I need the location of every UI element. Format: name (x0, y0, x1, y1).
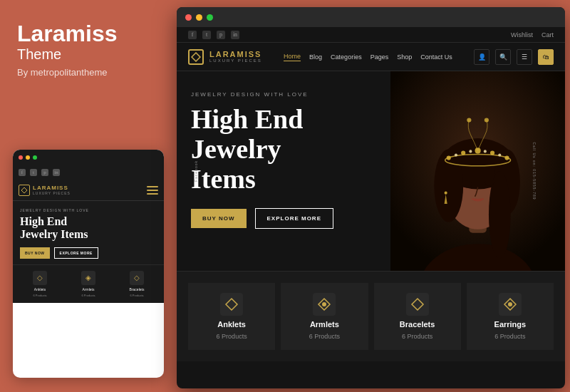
earrings-icon (499, 293, 522, 316)
nav-pages[interactable]: Pages (370, 53, 389, 61)
mobile-hamburger-icon[interactable] (147, 186, 158, 195)
svg-point-15 (461, 150, 465, 155)
left-panel: Laramiss Theme By metropolitantheme f t … (0, 0, 171, 392)
desktop-logo-name: LARAMISS (209, 51, 262, 58)
desktop-categories: Anklets 6 Products Armlets 6 Products Br… (177, 271, 565, 361)
desktop-hero-buttons: BUY NOW EXPLORE MORE (191, 208, 376, 229)
nav-blog[interactable]: Blog (309, 53, 322, 61)
mobile-category-row: ◇ Anklets 6 Products ◈ Armlets 6 Product… (13, 264, 164, 303)
svg-point-11 (485, 180, 494, 185)
mobile-anklets-icon: ◇ (33, 271, 47, 285)
armlets-count: 6 Products (309, 333, 340, 340)
desktop-hero-image-inner: Call Us on: 015-5855-789 (390, 71, 565, 271)
desktop-social-bar: f t p in Wishlist Cart (177, 27, 565, 43)
nav-contact[interactable]: Contact Us (420, 53, 452, 61)
mobile-cat-armlets[interactable]: ◈ Armlets 6 Products (66, 271, 111, 297)
mobile-preview: f t p in LARAMISS LUXURY PIECES (13, 150, 164, 378)
mobile-anklets-label: Anklets (34, 287, 46, 292)
mobile-hero-buttons: BUY NOW EXPLORE MORE (20, 247, 157, 259)
desktop-cat-bracelets[interactable]: Bracelets 6 Products (374, 283, 461, 350)
svg-point-20 (498, 153, 501, 156)
mobile-buy-now-button[interactable]: BUY NOW (20, 247, 50, 259)
mobile-dot-green (33, 155, 37, 160)
desktop-pinterest-icon[interactable]: p (217, 31, 225, 39)
mobile-logo-sub: LUXURY PIECES (33, 191, 71, 195)
desktop-logo-area: LARAMISS LUXURY PIECES (188, 49, 262, 65)
svg-marker-28 (412, 299, 423, 310)
mobile-hero-title: High End Jewelry Items (20, 215, 157, 242)
mobile-bracelets-count: 6 Products (130, 294, 143, 297)
mobile-explore-button[interactable]: EXPLORE MORE (54, 247, 98, 259)
svg-marker-0 (21, 187, 27, 193)
bracelets-count: 6 Products (402, 333, 432, 340)
mobile-logo-name: LARAMISS (33, 185, 71, 191)
nav-shop[interactable]: Shop (397, 53, 412, 61)
mobile-nav: LARAMISS LUXURY PIECES (13, 180, 164, 201)
mobile-hero-tag: JEWELRY DESIGN WITH LOVE (20, 208, 157, 212)
svg-point-17 (475, 148, 480, 153)
menu-icon-button[interactable]: ☰ (517, 49, 532, 65)
brand-by: By metropolitantheme (17, 67, 154, 78)
desktop-nav: LARAMISS LUXURY PIECES Home Blog Categor… (177, 43, 565, 71)
desktop-dot-yellow (196, 14, 202, 21)
search-icon-button[interactable]: 🔍 (495, 49, 511, 65)
mobile-cat-anklets[interactable]: ◇ Anklets 6 Products (17, 271, 63, 297)
desktop-logo-icon (188, 49, 204, 65)
desktop-explore-button[interactable]: EXPLORE MORE (255, 208, 333, 229)
desktop-dot-green (207, 14, 213, 21)
svg-point-24 (444, 192, 447, 195)
mobile-anklets-count: 6 Products (33, 294, 46, 297)
nav-categories[interactable]: Categories (331, 53, 362, 61)
svg-point-14 (455, 153, 457, 156)
svg-marker-25 (226, 299, 237, 310)
mobile-twitter-icon: t (30, 169, 37, 176)
desktop-hero-content: Facebook JEWELRY DESIGN WITH LOVE High E… (177, 71, 390, 271)
user-icon-button[interactable]: 👤 (474, 49, 489, 65)
cart-icon-button[interactable]: 🛍 (538, 49, 554, 65)
svg-marker-1 (192, 53, 200, 61)
armlets-icon (313, 293, 336, 316)
mobile-facebook-icon: f (19, 169, 26, 176)
desktop-logo-sub: LUXURY PIECES (209, 58, 262, 63)
desktop-buy-now-button[interactable]: BUY NOW (191, 209, 247, 228)
desktop-linkedin-icon[interactable]: in (231, 31, 239, 39)
mobile-pinterest-icon: p (41, 169, 48, 176)
desktop-cat-earrings[interactable]: Earrings 6 Products (467, 283, 554, 350)
desktop-hero-image: Call Us on: 015-5855-789 (390, 71, 565, 271)
nav-home[interactable]: Home (284, 53, 301, 61)
mobile-titlebar (13, 150, 164, 165)
cart-link[interactable]: Cart (542, 31, 554, 38)
brand-name: Laramiss (17, 21, 154, 46)
desktop-titlebar (177, 7, 565, 27)
desktop-cat-armlets[interactable]: Armlets 6 Products (281, 283, 368, 350)
svg-point-21 (504, 156, 509, 160)
mobile-logo-area: LARAMISS LUXURY PIECES (19, 185, 71, 196)
mobile-social-bar: f t p in (13, 165, 164, 180)
bracelets-name: Bracelets (400, 320, 435, 329)
wishlist-link[interactable]: Wishlist (511, 31, 533, 38)
mobile-linkedin-icon: in (53, 169, 60, 176)
desktop-social-left: f t p in (188, 31, 239, 39)
mobile-armlets-label: Armlets (83, 287, 95, 292)
desktop-social-right: Wishlist Cart (511, 31, 554, 38)
svg-point-10 (462, 180, 472, 187)
desktop-nav-icons: 👤 🔍 ☰ 🛍 (474, 49, 554, 65)
svg-point-27 (322, 302, 326, 306)
anklets-count: 6 Products (217, 333, 247, 340)
svg-point-22 (467, 118, 471, 122)
desktop-nav-links: Home Blog Categories Pages Shop Contact … (284, 53, 452, 61)
svg-point-23 (484, 118, 489, 122)
desktop-hero-tag: JEWELRY DESIGN WITH LOVE (191, 91, 376, 98)
mobile-armlets-icon: ◈ (81, 271, 95, 285)
earrings-name: Earrings (494, 320, 527, 329)
desktop-cat-anklets[interactable]: Anklets 6 Products (188, 283, 275, 350)
desktop-dot-red (185, 14, 192, 21)
desktop-twitter-icon[interactable]: t (202, 31, 211, 39)
bracelets-icon (406, 293, 429, 316)
mobile-cat-bracelets[interactable]: ◇ Bracelets 6 Products (114, 271, 160, 297)
armlets-name: Armlets (310, 320, 339, 329)
side-text: Call Us on: 015-5855-789 (533, 143, 537, 200)
svg-point-16 (469, 150, 472, 153)
anklets-name: Anklets (217, 320, 246, 329)
desktop-facebook-icon[interactable]: f (188, 31, 197, 39)
